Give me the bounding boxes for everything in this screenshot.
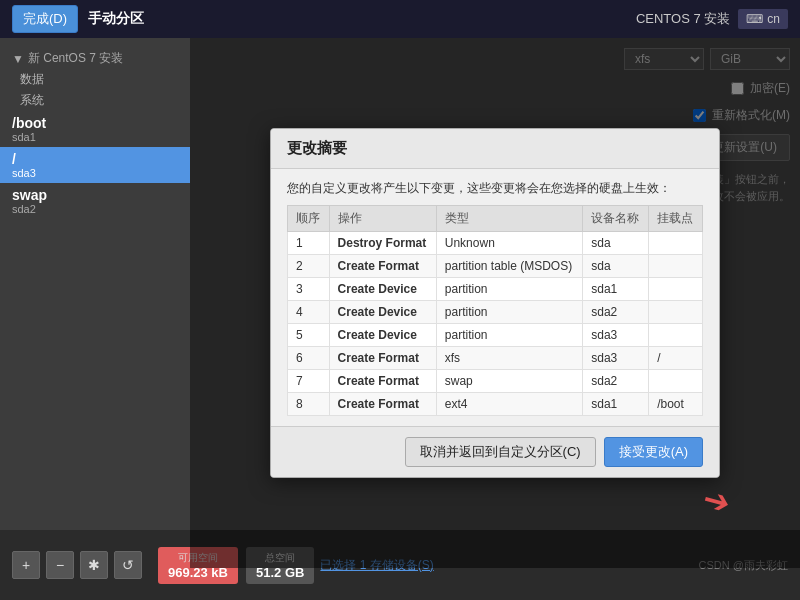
cell-order: 5 (288, 324, 330, 347)
modal-title: 更改摘要 (287, 139, 703, 158)
cell-order: 8 (288, 393, 330, 416)
cell-device: sda3 (583, 347, 649, 370)
arrow-icon: ▼ (12, 52, 24, 66)
top-bar-right: CENTOS 7 安装 ⌨ cn (636, 9, 788, 29)
configure-button[interactable]: ✱ (80, 551, 108, 579)
cell-device: sda (583, 232, 649, 255)
col-mount: 挂载点 (649, 206, 703, 232)
col-device: 设备名称 (583, 206, 649, 232)
cell-order: 4 (288, 301, 330, 324)
table-row: 6Create Formatxfssda3/ (288, 347, 703, 370)
cell-device: sda1 (583, 393, 649, 416)
sidebar-section-header: ▼ 新 CentOS 7 安装 (0, 46, 190, 69)
cell-device: sda1 (583, 278, 649, 301)
cell-type: swap (436, 370, 582, 393)
modal-body: 您的自定义更改将产生以下变更，这些变更将会在您选择的硬盘上生效： 顺序 操作 类… (271, 169, 719, 426)
table-row: 4Create Devicepartitionsda2 (288, 301, 703, 324)
right-panel: xfs ext4 swap GiB MiB 加密(E) 重新格式化(M) 更新设… (190, 38, 800, 600)
cell-mount: /boot (649, 393, 703, 416)
accept-button[interactable]: 接受更改(A) (604, 437, 703, 467)
sidebar-section-title: 新 CentOS 7 安装 (28, 50, 123, 67)
cell-action: Create Format (329, 347, 436, 370)
cell-action: Create Device (329, 278, 436, 301)
main-area: ▼ 新 CentOS 7 安装 数据 系统 /boot sda1 / sda3 … (0, 38, 800, 600)
sidebar-label-system: 系统 (0, 90, 190, 111)
table-row: 5Create Devicepartitionsda3 (288, 324, 703, 347)
col-type: 类型 (436, 206, 582, 232)
remove-button[interactable]: − (46, 551, 74, 579)
cell-type: partition (436, 324, 582, 347)
page-title: 手动分区 (88, 10, 144, 28)
sidebar: ▼ 新 CentOS 7 安装 数据 系统 /boot sda1 / sda3 … (0, 38, 190, 600)
cell-action: Create Device (329, 324, 436, 347)
sidebar-item-boot-mount: /boot (12, 115, 178, 131)
cell-device: sda2 (583, 370, 649, 393)
sidebar-item-swap[interactable]: swap sda2 (0, 183, 190, 219)
keyboard-icon: ⌨ (746, 12, 763, 26)
sidebar-item-root-mount: / (12, 151, 178, 167)
col-action: 操作 (329, 206, 436, 232)
table-row: 2Create Formatpartition table (MSDOS)sda (288, 255, 703, 278)
sidebar-item-boot-device: sda1 (12, 131, 178, 143)
cell-action: Create Format (329, 393, 436, 416)
cell-order: 1 (288, 232, 330, 255)
cell-type: xfs (436, 347, 582, 370)
cell-mount (649, 255, 703, 278)
cell-order: 7 (288, 370, 330, 393)
sidebar-item-swap-device: sda2 (12, 203, 178, 215)
cell-device: sda3 (583, 324, 649, 347)
cell-order: 3 (288, 278, 330, 301)
sidebar-item-swap-mount: swap (12, 187, 178, 203)
cell-action: Create Format (329, 255, 436, 278)
cell-action: Create Device (329, 301, 436, 324)
refresh-button[interactable]: ↺ (114, 551, 142, 579)
cell-mount (649, 370, 703, 393)
cell-type: partition (436, 278, 582, 301)
col-order: 顺序 (288, 206, 330, 232)
cell-order: 6 (288, 347, 330, 370)
keyboard-button[interactable]: ⌨ cn (738, 9, 788, 29)
complete-button[interactable]: 完成(D) (12, 5, 78, 33)
changes-table: 顺序 操作 类型 设备名称 挂载点 1Destroy FormatUnknown… (287, 205, 703, 416)
top-bar: 完成(D) 手动分区 CENTOS 7 安装 ⌨ cn (0, 0, 800, 38)
cell-device: sda (583, 255, 649, 278)
modal-description: 您的自定义更改将产生以下变更，这些变更将会在您选择的硬盘上生效： (287, 179, 703, 197)
modal-header: 更改摘要 (271, 129, 719, 169)
table-row: 3Create Devicepartitionsda1 (288, 278, 703, 301)
cell-type: ext4 (436, 393, 582, 416)
cell-mount (649, 278, 703, 301)
sidebar-label-data: 数据 (0, 69, 190, 90)
cancel-button[interactable]: 取消并返回到自定义分区(C) (405, 437, 596, 467)
cell-action: Destroy Format (329, 232, 436, 255)
install-title: CENTOS 7 安装 (636, 10, 730, 28)
sidebar-item-root-device: sda3 (12, 167, 178, 179)
table-row: 1Destroy FormatUnknownsda (288, 232, 703, 255)
changes-modal: 更改摘要 您的自定义更改将产生以下变更，这些变更将会在您选择的硬盘上生效： 顺序… (270, 128, 720, 478)
cell-device: sda2 (583, 301, 649, 324)
cell-type: partition (436, 301, 582, 324)
cell-type: Unknown (436, 232, 582, 255)
cell-mount (649, 301, 703, 324)
table-row: 8Create Formatext4sda1/boot (288, 393, 703, 416)
lang-label: cn (767, 12, 780, 26)
cell-action: Create Format (329, 370, 436, 393)
cell-mount (649, 232, 703, 255)
cell-mount: / (649, 347, 703, 370)
table-row: 7Create Formatswapsda2 (288, 370, 703, 393)
add-button[interactable]: + (12, 551, 40, 579)
cell-order: 2 (288, 255, 330, 278)
cell-type: partition table (MSDOS) (436, 255, 582, 278)
sidebar-item-boot[interactable]: /boot sda1 (0, 111, 190, 147)
cell-mount (649, 324, 703, 347)
sidebar-item-root[interactable]: / sda3 (0, 147, 190, 183)
modal-footer: 取消并返回到自定义分区(C) 接受更改(A) (271, 426, 719, 477)
